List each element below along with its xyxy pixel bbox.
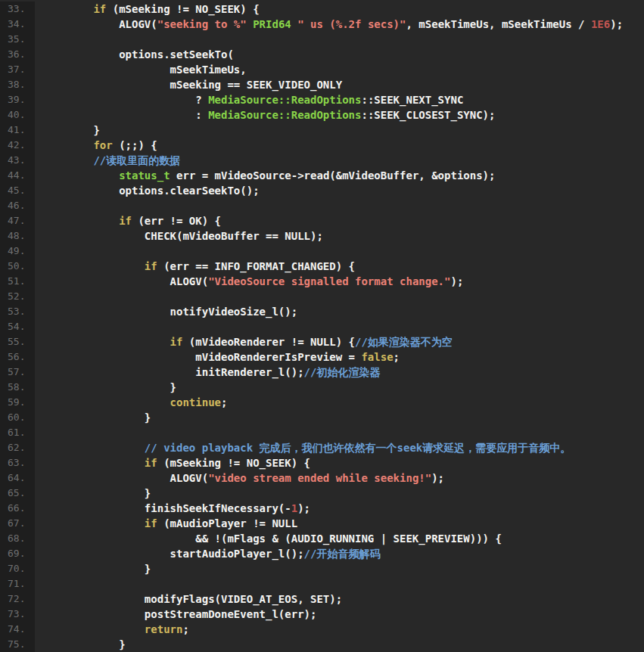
code-line-text: //读取里面的数据	[35, 153, 644, 168]
code-line[interactable]: 54.	[0, 319, 644, 334]
token-co: //如果渲染器不为空	[355, 336, 453, 348]
line-number: 53.	[0, 304, 35, 319]
code-line[interactable]: 41. }	[0, 123, 644, 138]
code-line[interactable]: 43. //读取里面的数据	[0, 153, 644, 168]
token-pl: , mSeekTimeUs, mSeekTimeUs /	[406, 18, 590, 30]
code-line[interactable]: 67. if (mAudioPlayer != NULL	[0, 516, 644, 531]
token-co: //开始音频解码	[304, 548, 381, 560]
code-line-text	[35, 576, 644, 591]
line-number: 56.	[0, 349, 35, 365]
code-line[interactable]: 66. finishSeekIfNecessary(-1);	[0, 501, 644, 516]
token-pl	[42, 169, 119, 182]
token-pl: ;	[182, 623, 188, 635]
token-pl: }	[42, 487, 151, 499]
code-line[interactable]: 55. if (mVideoRenderer != NULL) {//如果渲染器…	[0, 334, 644, 349]
code-line[interactable]: 61.	[0, 425, 644, 440]
code-line[interactable]: 33. if (mSeeking != NO_SEEK) {	[0, 2, 644, 17]
code-line[interactable]: 69. startAudioPlayer_l();//开始音频解码	[0, 546, 644, 561]
line-number: 35.	[0, 32, 35, 47]
token-kw: if	[145, 457, 157, 469]
code-line[interactable]: 47. if (err != OK) {	[0, 213, 644, 228]
code-line[interactable]: 72. modifyFlags(VIDEO_AT_EOS, SET);	[0, 591, 644, 607]
code-line[interactable]: 53. notifyVideoSize_l();	[0, 304, 644, 319]
code-editor: 33. if (mSeeking != NO_SEEK) {34. ALOGV(…	[0, 0, 644, 652]
code-line[interactable]: 71.	[0, 576, 644, 591]
line-number: 52.	[0, 289, 35, 304]
code-line-text	[35, 289, 644, 304]
code-rows: 33. if (mSeeking != NO_SEEK) {34. ALOGV(…	[0, 2, 644, 652]
line-number: 67.	[0, 516, 35, 531]
token-kw: for	[93, 139, 112, 151]
code-line[interactable]: 58. }	[0, 380, 644, 395]
code-line[interactable]: 36. options.setSeekTo(	[0, 47, 644, 62]
token-kw: false	[361, 351, 393, 363]
code-line[interactable]: 51. ALOGV("VideoSource signalled format …	[0, 274, 644, 289]
code-line-text: postStreamDoneEvent_l(err);	[35, 607, 644, 622]
code-line[interactable]: 46.	[0, 198, 644, 213]
code-line[interactable]: 50. if (err == INFO_FORMAT_CHANGED) {	[0, 259, 644, 274]
token-pl	[42, 215, 119, 227]
code-line-text: finishSeekIfNecessary(-1);	[35, 501, 644, 516]
line-number: 48.	[0, 228, 35, 244]
line-number: 49.	[0, 244, 35, 259]
code-line[interactable]: 49.	[0, 244, 644, 259]
line-number: 66.	[0, 501, 35, 516]
code-line[interactable]: 35.	[0, 32, 644, 47]
token-kw: if	[119, 215, 132, 227]
token-pl: finishSeekIfNecessary(-	[42, 502, 291, 514]
token-pl	[42, 396, 170, 408]
code-line[interactable]: 62. // video playback 完成后，我们也许依然有一个seek请…	[0, 440, 644, 455]
token-kw: continue	[170, 396, 221, 408]
token-pl: );	[297, 502, 310, 514]
code-line-text: if (mSeeking != NO_SEEK) {	[35, 2, 644, 17]
code-line[interactable]: 42. for (;;) {	[0, 138, 644, 153]
line-number: 73.	[0, 607, 35, 622]
code-line[interactable]: 59. continue;	[0, 395, 644, 410]
line-number: 40.	[0, 107, 35, 123]
code-line[interactable]: 34. ALOGV("seeking to %" PRId64 " us (%.…	[0, 17, 644, 32]
code-line[interactable]: 40. : MediaSource::ReadOptions::SEEK_CLO…	[0, 107, 644, 123]
code-line[interactable]: 57. initRenderer_l();//初始化渲染器	[0, 365, 644, 380]
code-line[interactable]: 64. ALOGV("video stream ended while seek…	[0, 470, 644, 486]
line-number: 75.	[0, 637, 35, 652]
code-line[interactable]: 52.	[0, 289, 644, 304]
token-pl: modifyFlags(VIDEO_AT_EOS, SET);	[42, 593, 342, 605]
code-line[interactable]: 70. }	[0, 561, 644, 576]
token-nu: 1E6	[591, 18, 610, 30]
code-line-text: }	[35, 410, 644, 425]
line-number: 62.	[0, 440, 35, 455]
code-line[interactable]: 45. options.clearSeekTo();	[0, 183, 644, 198]
code-line-text	[35, 32, 644, 47]
line-number: 58.	[0, 380, 35, 395]
code-line[interactable]: 75. }	[0, 637, 644, 652]
code-line[interactable]: 37. mSeekTimeUs,	[0, 62, 644, 77]
code-line[interactable]: 68. && !(mFlags & (AUDIO_RUNNING | SEEK_…	[0, 531, 644, 546]
line-number: 37.	[0, 62, 35, 77]
code-line[interactable]: 39. ? MediaSource::ReadOptions::SEEK_NEX…	[0, 92, 644, 107]
token-pl: (mVideoRenderer != NULL) {	[182, 336, 355, 348]
code-line-text: if (err == INFO_FORMAT_CHANGED) {	[35, 259, 644, 274]
code-line[interactable]: 74. return;	[0, 622, 644, 637]
line-number: 45.	[0, 183, 35, 198]
code-line[interactable]: 56. mVideoRendererIsPreview = false;	[0, 349, 644, 365]
code-line[interactable]: 65. }	[0, 486, 644, 501]
token-pl	[42, 260, 145, 272]
line-number: 54.	[0, 319, 35, 334]
code-line[interactable]: 60. }	[0, 410, 644, 425]
token-pl: mVideoRendererIsPreview =	[42, 351, 361, 363]
code-line-text: : MediaSource::ReadOptions::SEEK_CLOSEST…	[35, 107, 644, 123]
code-line[interactable]: 44. status_t err = mVideoSource->read(&m…	[0, 168, 644, 183]
code-line[interactable]: 48. CHECK(mVideoBuffer == NULL);	[0, 228, 644, 244]
token-kw: if	[170, 336, 183, 348]
line-number: 38.	[0, 77, 35, 92]
token-pl: :	[42, 109, 208, 121]
line-number: 70.	[0, 561, 35, 576]
code-line[interactable]: 73. postStreamDoneEvent_l(err);	[0, 607, 644, 622]
code-line-text: if (err != OK) {	[35, 213, 644, 228]
token-pl: (err == INFO_FORMAT_CHANGED) {	[157, 260, 355, 272]
line-number: 33.	[0, 2, 35, 17]
token-pl: startAudioPlayer_l();	[42, 548, 304, 560]
code-line[interactable]: 63. if (mSeeking != NO_SEEK) {	[0, 455, 644, 470]
code-line[interactable]: 38. mSeeking == SEEK_VIDEO_ONLY	[0, 77, 644, 92]
token-kw: if	[93, 3, 106, 15]
